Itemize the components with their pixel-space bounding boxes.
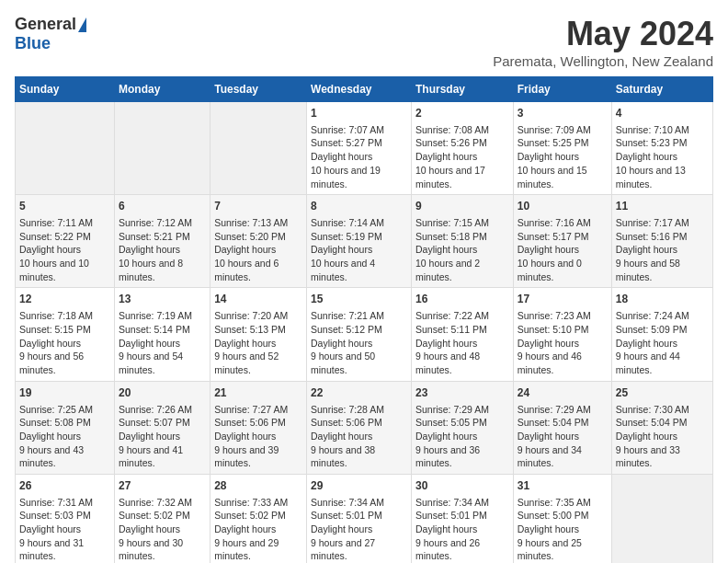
calendar-cell <box>611 474 712 563</box>
day-number: 15 <box>311 292 407 307</box>
calendar-header-row: Sunday Monday Tuesday Wednesday Thursday… <box>16 77 713 102</box>
day-info: Sunrise: 7:09 AMSunset: 5:25 PMDaylight … <box>518 123 608 190</box>
calendar-cell: 25Sunrise: 7:30 AMSunset: 5:04 PMDayligh… <box>611 381 712 474</box>
day-info: Sunrise: 7:10 AMSunset: 5:23 PMDaylight … <box>616 123 709 190</box>
calendar-cell <box>115 102 210 195</box>
day-info: Sunrise: 7:30 AMSunset: 5:04 PMDaylight … <box>616 403 709 470</box>
day-number: 27 <box>119 478 206 494</box>
title-block: May 2024 Paremata, Wellington, New Zeala… <box>493 15 713 69</box>
day-number: 19 <box>19 385 110 401</box>
month-title: May 2024 <box>493 15 713 53</box>
day-info: Sunrise: 7:15 AMSunset: 5:18 PMDaylight … <box>415 216 509 283</box>
calendar-cell: 27Sunrise: 7:32 AMSunset: 5:02 PMDayligh… <box>115 474 210 563</box>
day-info: Sunrise: 7:33 AMSunset: 5:02 PMDaylight … <box>214 496 302 563</box>
day-info: Sunrise: 7:17 AMSunset: 5:16 PMDaylight … <box>616 216 709 283</box>
day-info: Sunrise: 7:34 AMSunset: 5:01 PMDaylight … <box>415 496 509 563</box>
day-info: Sunrise: 7:23 AMSunset: 5:10 PMDaylight … <box>518 309 608 376</box>
day-number: 13 <box>119 292 206 307</box>
calendar-cell: 22Sunrise: 7:28 AMSunset: 5:06 PMDayligh… <box>307 381 412 474</box>
day-number: 14 <box>214 292 302 307</box>
day-number: 26 <box>19 478 110 494</box>
logo-blue-text: Blue <box>15 34 51 53</box>
day-info: Sunrise: 7:29 AMSunset: 5:05 PMDaylight … <box>415 403 509 470</box>
day-info: Sunrise: 7:25 AMSunset: 5:08 PMDaylight … <box>19 403 110 470</box>
day-number: 11 <box>616 199 709 214</box>
week-row-5: 26Sunrise: 7:31 AMSunset: 5:03 PMDayligh… <box>16 474 713 563</box>
calendar-cell: 8Sunrise: 7:14 AMSunset: 5:19 PMDaylight… <box>307 195 412 288</box>
calendar-cell: 5Sunrise: 7:11 AMSunset: 5:22 PMDaylight… <box>16 195 115 288</box>
day-info: Sunrise: 7:27 AMSunset: 5:06 PMDaylight … <box>214 403 302 470</box>
calendar-cell: 23Sunrise: 7:29 AMSunset: 5:05 PMDayligh… <box>412 381 514 474</box>
calendar-cell: 30Sunrise: 7:34 AMSunset: 5:01 PMDayligh… <box>412 474 514 563</box>
page-header: General Blue May 2024 Paremata, Wellingt… <box>15 15 713 69</box>
col-saturday: Saturday <box>611 77 712 102</box>
calendar-cell: 7Sunrise: 7:13 AMSunset: 5:20 PMDaylight… <box>210 195 307 288</box>
day-info: Sunrise: 7:32 AMSunset: 5:02 PMDaylight … <box>119 496 206 563</box>
logo-general-text: General <box>15 15 76 34</box>
calendar-cell: 2Sunrise: 7:08 AMSunset: 5:26 PMDaylight… <box>412 102 514 195</box>
calendar-cell: 19Sunrise: 7:25 AMSunset: 5:08 PMDayligh… <box>16 381 115 474</box>
calendar-cell <box>16 102 115 195</box>
calendar-table: Sunday Monday Tuesday Wednesday Thursday… <box>15 76 713 563</box>
col-monday: Monday <box>115 77 210 102</box>
day-number: 4 <box>616 106 709 121</box>
day-info: Sunrise: 7:31 AMSunset: 5:03 PMDaylight … <box>19 496 110 563</box>
calendar-cell <box>210 102 307 195</box>
day-number: 2 <box>415 106 509 121</box>
day-number: 21 <box>214 385 302 401</box>
day-number: 3 <box>518 106 608 121</box>
day-info: Sunrise: 7:28 AMSunset: 5:06 PMDaylight … <box>311 403 407 470</box>
calendar-cell: 21Sunrise: 7:27 AMSunset: 5:06 PMDayligh… <box>210 381 307 474</box>
logo: General Blue <box>15 15 86 53</box>
day-number: 5 <box>19 199 110 214</box>
calendar-cell: 14Sunrise: 7:20 AMSunset: 5:13 PMDayligh… <box>210 288 307 381</box>
day-number: 30 <box>415 478 509 494</box>
day-info: Sunrise: 7:20 AMSunset: 5:13 PMDaylight … <box>214 309 302 376</box>
day-number: 6 <box>119 199 206 214</box>
day-info: Sunrise: 7:08 AMSunset: 5:26 PMDaylight … <box>415 123 509 190</box>
day-number: 10 <box>518 199 608 214</box>
col-tuesday: Tuesday <box>210 77 307 102</box>
day-info: Sunrise: 7:07 AMSunset: 5:27 PMDaylight … <box>311 123 407 190</box>
calendar-cell: 1Sunrise: 7:07 AMSunset: 5:27 PMDaylight… <box>307 102 412 195</box>
calendar-cell: 24Sunrise: 7:29 AMSunset: 5:04 PMDayligh… <box>513 381 611 474</box>
day-info: Sunrise: 7:34 AMSunset: 5:01 PMDaylight … <box>311 496 407 563</box>
day-info: Sunrise: 7:22 AMSunset: 5:11 PMDaylight … <box>415 309 509 376</box>
calendar-cell: 3Sunrise: 7:09 AMSunset: 5:25 PMDaylight… <box>513 102 611 195</box>
week-row-3: 12Sunrise: 7:18 AMSunset: 5:15 PMDayligh… <box>16 288 713 381</box>
calendar-cell: 9Sunrise: 7:15 AMSunset: 5:18 PMDaylight… <box>412 195 514 288</box>
calendar-cell: 12Sunrise: 7:18 AMSunset: 5:15 PMDayligh… <box>16 288 115 381</box>
week-row-4: 19Sunrise: 7:25 AMSunset: 5:08 PMDayligh… <box>16 381 713 474</box>
col-sunday: Sunday <box>16 77 115 102</box>
calendar-cell: 31Sunrise: 7:35 AMSunset: 5:00 PMDayligh… <box>513 474 611 563</box>
col-thursday: Thursday <box>412 77 514 102</box>
calendar-cell: 20Sunrise: 7:26 AMSunset: 5:07 PMDayligh… <box>115 381 210 474</box>
calendar-cell: 11Sunrise: 7:17 AMSunset: 5:16 PMDayligh… <box>611 195 712 288</box>
day-number: 16 <box>415 292 509 307</box>
day-number: 8 <box>311 199 407 214</box>
day-number: 7 <box>214 199 302 214</box>
calendar-cell: 15Sunrise: 7:21 AMSunset: 5:12 PMDayligh… <box>307 288 412 381</box>
day-info: Sunrise: 7:29 AMSunset: 5:04 PMDaylight … <box>518 403 608 470</box>
calendar-cell: 17Sunrise: 7:23 AMSunset: 5:10 PMDayligh… <box>513 288 611 381</box>
day-number: 24 <box>518 385 608 401</box>
day-info: Sunrise: 7:18 AMSunset: 5:15 PMDaylight … <box>19 309 110 376</box>
day-number: 9 <box>415 199 509 214</box>
week-row-2: 5Sunrise: 7:11 AMSunset: 5:22 PMDaylight… <box>16 195 713 288</box>
day-number: 20 <box>119 385 206 401</box>
calendar-cell: 16Sunrise: 7:22 AMSunset: 5:11 PMDayligh… <box>412 288 514 381</box>
day-info: Sunrise: 7:35 AMSunset: 5:00 PMDaylight … <box>518 496 608 563</box>
calendar-cell: 4Sunrise: 7:10 AMSunset: 5:23 PMDaylight… <box>611 102 712 195</box>
calendar-cell: 29Sunrise: 7:34 AMSunset: 5:01 PMDayligh… <box>307 474 412 563</box>
day-number: 18 <box>616 292 709 307</box>
calendar-cell: 6Sunrise: 7:12 AMSunset: 5:21 PMDaylight… <box>115 195 210 288</box>
location: Paremata, Wellington, New Zealand <box>493 53 713 69</box>
day-info: Sunrise: 7:16 AMSunset: 5:17 PMDaylight … <box>518 216 608 283</box>
calendar-cell: 28Sunrise: 7:33 AMSunset: 5:02 PMDayligh… <box>210 474 307 563</box>
calendar-cell: 13Sunrise: 7:19 AMSunset: 5:14 PMDayligh… <box>115 288 210 381</box>
day-number: 17 <box>518 292 608 307</box>
day-info: Sunrise: 7:26 AMSunset: 5:07 PMDaylight … <box>119 403 206 470</box>
logo-triangle-icon <box>78 17 86 32</box>
day-number: 23 <box>415 385 509 401</box>
day-number: 12 <box>19 292 110 307</box>
